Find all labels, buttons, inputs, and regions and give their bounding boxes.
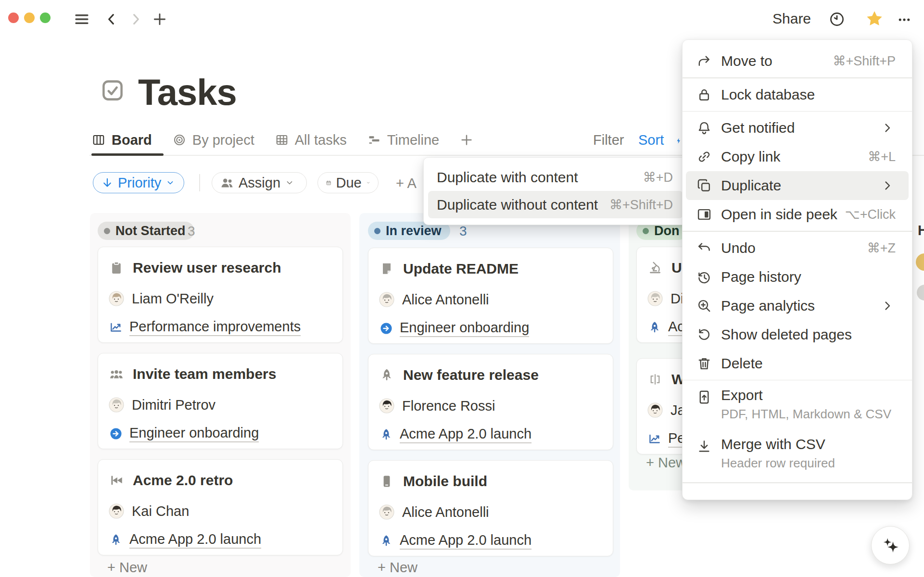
menu-item-delete[interactable]: Delete: [683, 349, 912, 378]
add-card-button[interactable]: + New: [107, 560, 147, 576]
filter-button[interactable]: Filter: [593, 129, 624, 151]
timeline-icon: [367, 133, 381, 147]
merge-icon: [696, 438, 712, 454]
menu-item-open-in-side-peek[interactable]: Open in side peek⌥+Click: [683, 200, 912, 229]
add-card-label: + New: [646, 455, 686, 471]
assign-filter-chip[interactable]: Assign: [212, 172, 307, 193]
rocket-gray-icon: [379, 367, 394, 383]
card-title-row: Mobile build: [379, 471, 606, 491]
avatar: [109, 291, 124, 306]
menu-item-move-to[interactable]: Move to⌘+Shift+P: [683, 47, 912, 75]
undo-icon: [696, 240, 712, 256]
menu-item-lock-database[interactable]: Lock database: [683, 80, 912, 109]
menu-group: Undo⌘+ZPage historyPage analyticsShow de…: [683, 232, 912, 380]
column-count: 3: [188, 224, 195, 239]
board-card[interactable]: Update READMEAlice AntonelliEngineer onb…: [368, 248, 613, 344]
menu-item-label: Delete: [721, 355, 763, 372]
sort-button[interactable]: Sort: [638, 129, 664, 151]
add-card-button[interactable]: + New: [646, 455, 686, 471]
avatar: [109, 397, 124, 413]
automation-lightning-icon[interactable]: [675, 135, 682, 147]
history-icon: [696, 269, 712, 285]
window-minimize-button[interactable]: [24, 13, 35, 23]
menu-item-duplicate[interactable]: Duplicate: [686, 171, 909, 200]
sparkles-icon: [880, 535, 901, 556]
board-card[interactable]: Invite team membersDimitri PetrovEnginee…: [98, 353, 343, 449]
column-count: 3: [459, 224, 467, 239]
card-title-row: Update README: [379, 259, 606, 279]
arrow-down-icon: [101, 176, 114, 189]
submenu-item-duplicate-with-content[interactable]: Duplicate with content⌘+D: [424, 163, 687, 191]
chevron-down-icon: [285, 178, 294, 188]
nav-forward-icon[interactable]: [128, 11, 143, 28]
menu-item-text: ExportPDF, HTML, Markdown & CSV: [721, 387, 891, 422]
add-view-button[interactable]: [459, 133, 474, 147]
card-relation-row[interactable]: Acme App 2.0 launch: [379, 425, 606, 445]
relation-link[interactable]: Engineer onboarding: [400, 320, 529, 337]
due-filter-chip[interactable]: Due: [317, 172, 379, 193]
relation-link[interactable]: Acme App 2.0 launch: [400, 532, 532, 550]
menu-item-copy-link[interactable]: Copy link⌘+L: [683, 142, 912, 171]
menu-item-export[interactable]: ExportPDF, HTML, Markdown & CSV: [683, 382, 912, 431]
card-title: Acme 2.0 retro: [133, 472, 233, 489]
relation-link[interactable]: Engineer onboarding: [129, 425, 259, 442]
menu-item-page-analytics[interactable]: Page analytics: [683, 291, 912, 320]
more-options-icon[interactable]: [895, 13, 913, 26]
board-card[interactable]: Review user researchLiam O'ReillyPerform…: [98, 247, 343, 343]
card-relation-row[interactable]: Engineer onboarding: [379, 318, 606, 339]
sidebar-menu-icon[interactable]: [73, 11, 90, 28]
card-relation-row[interactable]: Acme App 2.0 launch: [109, 530, 336, 550]
updates-clock-icon[interactable]: [828, 11, 846, 28]
menu-item-merge-with-csv[interactable]: Merge with CSVHeader row required: [683, 431, 912, 480]
favorite-star-icon[interactable]: [865, 9, 884, 28]
tab-label: Timeline: [387, 132, 440, 148]
nav-back-icon[interactable]: [104, 11, 119, 28]
add-filter-fragment[interactable]: + A: [396, 176, 423, 192]
column-header-pill[interactable]: Not Started: [98, 222, 194, 240]
add-card-button[interactable]: + New: [378, 560, 418, 576]
card-relation-row[interactable]: Engineer onboarding: [109, 424, 336, 444]
relation-link[interactable]: Acme App 2.0 launch: [129, 531, 261, 549]
avatar: [379, 504, 394, 520]
menu-item-page-history[interactable]: Page history: [683, 263, 912, 291]
menu-item-show-deleted-pages[interactable]: Show deleted pages: [683, 320, 912, 349]
board-card[interactable]: New feature releaseFlorence RossiAcme Ap…: [368, 354, 613, 450]
tab-timeline[interactable]: Timeline: [367, 132, 440, 148]
menu-item-get-notified[interactable]: Get notified: [683, 113, 912, 142]
new-tab-icon[interactable]: [152, 11, 168, 28]
chevron-right-icon: [879, 177, 896, 194]
share-button[interactable]: Share: [772, 11, 811, 27]
card-title: Mobile build: [403, 473, 487, 489]
card-relation-row[interactable]: Acme App 2.0 launch: [379, 531, 606, 551]
card-title: Review user research: [133, 260, 281, 276]
menu-item-label: Merge with CSV: [721, 436, 835, 452]
card-relation-row[interactable]: Performance improvements: [109, 317, 336, 338]
tab-by-project[interactable]: By project: [172, 132, 254, 148]
view-tabs: BoardBy projectAll tasksTimeline: [91, 129, 474, 151]
menu-item-label: Export: [721, 387, 891, 403]
menu-item-undo[interactable]: Undo⌘+Z: [683, 234, 912, 263]
window-close-button[interactable]: [8, 13, 19, 23]
arrow-circle-icon: [379, 321, 393, 336]
restore-icon: [696, 326, 712, 343]
person-name: Alice Antonelli: [402, 504, 489, 520]
relation-link[interactable]: Acme App 2.0 launch: [400, 426, 532, 443]
card-title-row: Invite team members: [109, 364, 336, 384]
avatar: [647, 402, 663, 418]
page-checkbox-icon[interactable]: [100, 78, 125, 103]
column-name: Don: [654, 224, 679, 238]
board-card[interactable]: Acme 2.0 retroKai ChanAcme App 2.0 launc…: [98, 459, 343, 555]
tab-board[interactable]: Board: [91, 132, 152, 148]
menu-item-label: Duplicate: [721, 177, 781, 194]
window-zoom-button[interactable]: [40, 13, 51, 23]
submenu-item-duplicate-without-content[interactable]: Duplicate without content⌘+Shift+D: [428, 191, 683, 218]
board-card[interactable]: Mobile buildAlice AntonelliAcme App 2.0 …: [368, 460, 613, 556]
analytics-icon: [696, 298, 712, 314]
tab-all-tasks[interactable]: All tasks: [275, 132, 347, 148]
chevron-right-icon: [879, 298, 896, 314]
relation-link[interactable]: Performance improvements: [129, 319, 301, 336]
submenu-item-shortcut: ⌘+Shift+D: [609, 197, 673, 213]
priority-sort-chip[interactable]: Priority: [93, 172, 184, 193]
person-name: Dimitri Petrov: [132, 397, 215, 413]
ai-assistant-button[interactable]: [871, 526, 910, 564]
